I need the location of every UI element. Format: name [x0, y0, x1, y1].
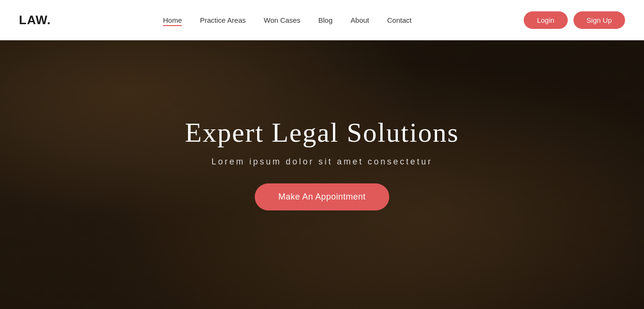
nav-link-contact[interactable]: Contact: [387, 16, 412, 24]
nav-item-woncases[interactable]: Won Cases: [264, 16, 300, 25]
nav-actions: Login Sign Up: [524, 11, 625, 29]
nav-link-practice[interactable]: Practice Areas: [200, 16, 246, 24]
nav-link-blog[interactable]: Blog: [318, 16, 332, 24]
hero-section: LAW. Home Practice Areas Won Cases Blog …: [0, 0, 644, 309]
nav-link-woncases[interactable]: Won Cases: [264, 16, 300, 24]
hero-subtitle: Lorem ipsum dolor sit amet consectetur: [211, 157, 432, 167]
site-logo: LAW.: [19, 13, 51, 27]
signup-button[interactable]: Sign Up: [573, 11, 625, 29]
nav-item-contact[interactable]: Contact: [387, 16, 412, 25]
logo-text: LAW.: [19, 13, 51, 27]
nav-item-home[interactable]: Home: [163, 16, 182, 25]
nav-item-practice[interactable]: Practice Areas: [200, 16, 246, 25]
login-button[interactable]: Login: [524, 11, 568, 29]
nav-links: Home Practice Areas Won Cases Blog About…: [163, 16, 411, 25]
hero-content: Expert Legal Solutions Lorem ipsum dolor…: [185, 99, 459, 211]
appointment-button[interactable]: Make An Appointment: [255, 183, 390, 210]
nav-link-about[interactable]: About: [350, 16, 369, 24]
nav-item-blog[interactable]: Blog: [318, 16, 332, 25]
nav-link-home[interactable]: Home: [163, 16, 182, 26]
nav-item-about[interactable]: About: [350, 16, 369, 25]
navbar: LAW. Home Practice Areas Won Cases Blog …: [0, 0, 644, 40]
hero-title: Expert Legal Solutions: [185, 118, 459, 148]
